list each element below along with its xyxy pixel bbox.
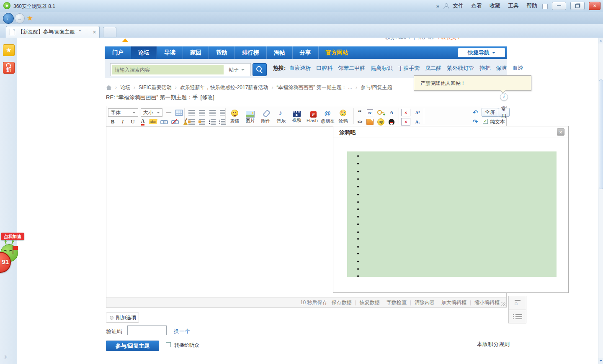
resize-handle[interactable]: [501, 302, 505, 306]
editor-action-link[interactable]: 字数检查: [387, 299, 415, 306]
user-account-icon[interactable]: [443, 3, 448, 8]
nav-item-导读[interactable]: 导读: [157, 46, 183, 59]
qq-emote-button[interactable]: [387, 118, 396, 126]
hot-search-link[interactable]: 戊二醛: [425, 64, 441, 72]
doodle-canvas[interactable]: [347, 151, 557, 277]
tool-涂鸦-button[interactable]: 涂鸦: [335, 108, 351, 126]
unordered-list-button[interactable]: [218, 118, 227, 126]
nav-item-淘帖[interactable]: 淘帖: [266, 46, 292, 59]
superscript-button[interactable]: A²: [413, 108, 422, 117]
menu-item[interactable]: 收藏: [490, 2, 500, 10]
home-breadcrumb-icon[interactable]: [106, 85, 112, 90]
menu-item[interactable]: 文件: [453, 2, 464, 10]
tab-active[interactable]: 【新提醒】参与/回复主题 - “ ×: [6, 26, 100, 38]
hot-search-link[interactable]: 口腔科: [316, 64, 332, 72]
paste-word-button[interactable]: W: [365, 108, 374, 117]
submit-reply-button[interactable]: 参与/回复主题: [106, 341, 159, 351]
insert-table-button[interactable]: [174, 108, 183, 117]
remove-format-button[interactable]: ×: [401, 108, 410, 117]
highlight-button[interactable]: abc: [148, 118, 157, 126]
nav-item-家园[interactable]: 家园: [183, 46, 209, 59]
insert-link-button[interactable]: [159, 118, 168, 126]
quote-button[interactable]: “: [355, 108, 364, 117]
bookmark-star-icon[interactable]: ★: [27, 14, 33, 23]
editor-action-link[interactable]: 恢复数据: [360, 299, 380, 306]
hot-search-link[interactable]: 血透: [512, 64, 523, 72]
ordered-list-button[interactable]: [208, 118, 217, 126]
background-color-button[interactable]: Bg: [376, 118, 385, 126]
hot-search-link[interactable]: 保洁: [496, 64, 507, 72]
free-resource-button[interactable]: +: [376, 108, 385, 117]
nav-item-论坛[interactable]: 论坛: [131, 46, 157, 59]
editor-action-link[interactable]: 加大编辑框: [441, 299, 474, 306]
doodle-close-button[interactable]: ×: [557, 128, 564, 136]
back-to-top-button[interactable]: [508, 296, 526, 310]
remove-link-button[interactable]: [170, 118, 179, 126]
scroll-up-button[interactable]: [598, 38, 603, 44]
editor-action-link[interactable]: 保存数据: [332, 299, 360, 306]
edit-link[interactable]: [修改]: [201, 94, 214, 100]
nav-item-分享[interactable]: 分享: [292, 46, 318, 59]
new-tab-button[interactable]: [103, 27, 116, 37]
redo-button[interactable]: ↷: [471, 118, 480, 126]
search-input[interactable]: [112, 65, 224, 74]
remove-format2-button[interactable]: ×: [401, 118, 410, 126]
search-button[interactable]: [253, 63, 267, 76]
hot-search-link[interactable]: 血液透析: [289, 64, 311, 72]
hot-search-link[interactable]: 紫外线灯管: [447, 64, 474, 72]
captcha-refresh-link[interactable]: 换一个: [174, 328, 190, 335]
breadcrumb-item[interactable]: SIFIC重要活动: [130, 84, 172, 91]
nav-item-排行榜[interactable]: 排行榜: [234, 46, 266, 59]
menu-item[interactable]: 工具: [508, 2, 519, 10]
info-icon[interactable]: i: [500, 93, 508, 101]
tool-视频-button[interactable]: 视频: [289, 108, 304, 126]
skin-theme-icon[interactable]: [541, 3, 548, 9]
forward-button[interactable]: →: [15, 13, 25, 23]
minimize-button[interactable]: [552, 2, 566, 10]
close-button[interactable]: ✕: [589, 2, 600, 10]
booster-tooltip[interactable]: 点我加速: [1, 233, 24, 240]
nav-item-帮助[interactable]: 帮助: [209, 46, 234, 59]
captcha-input[interactable]: [127, 326, 167, 335]
tool-@朋友-button[interactable]: @朋友: [320, 108, 335, 126]
common-button[interactable]: 常用: [498, 108, 510, 117]
align-right-button[interactable]: [208, 108, 217, 117]
tool-音乐-button[interactable]: 音乐: [273, 108, 289, 126]
font-color-button[interactable]: A: [138, 118, 147, 126]
outdent-button[interactable]: [197, 118, 206, 126]
scrollbar-thumb[interactable]: [599, 79, 603, 189]
scroll-down-button[interactable]: [598, 358, 603, 364]
vertical-scrollbar[interactable]: [598, 38, 603, 364]
font-size-select[interactable]: 大小: [141, 108, 162, 117]
hidden-content-button[interactable]: [365, 118, 374, 126]
plain-text-checkbox[interactable]: ✓: [483, 119, 488, 124]
menu-item[interactable]: 帮助: [526, 2, 537, 10]
tool-Flash-button[interactable]: Flash: [304, 108, 320, 126]
font-style-button[interactable]: A: [387, 108, 396, 117]
editor-action-link[interactable]: 清除内容: [415, 299, 435, 306]
hot-search-link[interactable]: 邻苯二甲醛: [338, 64, 365, 72]
breadcrumb-item[interactable]: 参与/回复主题: [352, 84, 392, 91]
discount-bag-button[interactable]: 折: [3, 62, 15, 74]
editor-action-link[interactable]: 缩小编辑框: [474, 299, 500, 306]
horizontal-rule-button[interactable]: —: [164, 108, 173, 117]
breadcrumb-item[interactable]: “幸福涂鸦画画画” 第一期主题： ...: [268, 84, 352, 91]
back-button[interactable]: ←: [3, 13, 14, 24]
tab-close-icon[interactable]: ×: [93, 29, 96, 35]
hot-search-link[interactable]: 拖把: [479, 64, 490, 72]
thread-list-button[interactable]: [508, 310, 526, 323]
toolbar-overflow-chevron[interactable]: »: [436, 3, 439, 9]
tool-附件-button[interactable]: 附件: [258, 108, 273, 126]
maximize-button[interactable]: [570, 2, 585, 10]
hot-search-link[interactable]: 隔离标识: [371, 64, 392, 72]
credits-rule-link[interactable]: 本版积分规则: [477, 341, 510, 348]
favorites-star-button[interactable]: ★: [3, 44, 15, 56]
fullscreen-button[interactable]: 全屏: [482, 108, 498, 117]
nav-item-官方网站[interactable]: 官方网站: [318, 46, 356, 59]
breadcrumb-item[interactable]: 欢乐迎新年，快乐做感控-2017新春活动: [172, 84, 268, 91]
insert-code-button[interactable]: <>: [355, 118, 364, 126]
italic-button[interactable]: I: [118, 118, 127, 126]
align-left-button[interactable]: [187, 108, 196, 117]
subscript-button[interactable]: A₂: [413, 118, 422, 126]
underline-button[interactable]: U: [128, 118, 137, 126]
